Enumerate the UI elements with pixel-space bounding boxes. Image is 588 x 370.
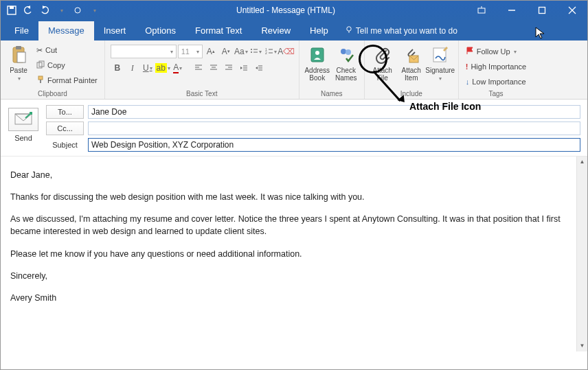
copy-icon bbox=[36, 60, 45, 70]
tab-review[interactable]: Review bbox=[251, 21, 300, 41]
svg-rect-12 bbox=[17, 52, 25, 62]
maximize-button[interactable] bbox=[527, 1, 557, 20]
quick-access-toolbar bbox=[1, 3, 105, 17]
svg-point-19 bbox=[251, 51, 252, 53]
italic-button[interactable]: I bbox=[126, 61, 139, 75]
font-size-value: 11 bbox=[181, 47, 190, 56]
cut-button[interactable]: ✂Cut bbox=[35, 43, 99, 57]
high-importance-button[interactable]: !High Importance bbox=[464, 60, 528, 73]
high-importance-label: High Importance bbox=[471, 62, 526, 71]
tab-file[interactable]: File bbox=[5, 21, 38, 41]
copy-button[interactable]: Copy bbox=[35, 58, 99, 72]
send-label: Send bbox=[14, 134, 32, 142]
redo-icon[interactable] bbox=[39, 3, 50, 17]
tab-format-text[interactable]: Format Text bbox=[185, 21, 251, 41]
paste-button[interactable]: Paste ▾ bbox=[6, 42, 31, 82]
subject-field[interactable] bbox=[88, 138, 580, 152]
save-icon[interactable] bbox=[6, 3, 17, 17]
attach-file-label: Attach File bbox=[373, 67, 392, 82]
touch-mode-icon[interactable] bbox=[72, 3, 83, 17]
check-names-label: Check Names bbox=[335, 67, 357, 82]
low-importance-button[interactable]: ↓Low Importance bbox=[464, 75, 528, 89]
body-p2: As we discussed, I'm attaching my resume… bbox=[10, 213, 578, 238]
address-book-label: Address Book bbox=[304, 67, 330, 82]
tab-options[interactable]: Options bbox=[135, 21, 185, 41]
attach-item-icon bbox=[401, 45, 422, 65]
tell-me-search[interactable]: Tell me what you want to do bbox=[338, 21, 464, 41]
signature-button[interactable]: Signature ▾ bbox=[428, 42, 453, 82]
clear-formatting-button[interactable]: A⌫ bbox=[280, 45, 293, 58]
vertical-scrollbar[interactable]: ▲ ▼ bbox=[576, 157, 587, 351]
group-include: Attach File Attach Item Signature ▾ Incl… bbox=[365, 41, 459, 99]
shrink-font-button[interactable]: A▾ bbox=[219, 45, 233, 58]
body-signature: Avery Smith bbox=[10, 292, 578, 304]
grow-font-button[interactable]: A▴ bbox=[204, 45, 218, 58]
check-names-button[interactable]: Check Names bbox=[334, 42, 359, 82]
svg-rect-15 bbox=[38, 76, 43, 80]
body-closing: Sincerely, bbox=[10, 270, 578, 282]
address-book-icon bbox=[307, 45, 328, 65]
body-p1: Thanks for discussing the web design pos… bbox=[10, 191, 578, 203]
highlight-button[interactable]: ab▾ bbox=[156, 61, 170, 75]
paste-icon bbox=[8, 45, 29, 65]
window-controls bbox=[466, 1, 587, 20]
paperclip-icon bbox=[372, 45, 393, 65]
follow-up-button[interactable]: Follow Up▾ bbox=[464, 45, 528, 58]
scroll-down-icon[interactable]: ▼ bbox=[577, 340, 587, 351]
check-names-icon bbox=[336, 45, 357, 65]
paintbrush-icon bbox=[36, 76, 45, 85]
address-book-button[interactable]: Address Book bbox=[305, 42, 330, 82]
svg-point-42 bbox=[341, 49, 346, 54]
signature-icon bbox=[430, 45, 451, 65]
low-importance-label: Low Importance bbox=[472, 78, 525, 86]
svg-rect-1 bbox=[10, 6, 14, 9]
message-body[interactable]: Dear Jane, Thanks for discussing the web… bbox=[1, 157, 587, 351]
scroll-up-icon[interactable]: ▲ bbox=[577, 157, 587, 167]
qat-more-icon[interactable] bbox=[89, 3, 100, 17]
cc-button[interactable]: Cc... bbox=[46, 122, 84, 135]
align-right-button[interactable] bbox=[222, 61, 236, 75]
copy-label: Copy bbox=[47, 61, 65, 69]
tab-message[interactable]: Message bbox=[38, 21, 94, 41]
numbering-button[interactable]: 12▾ bbox=[264, 45, 278, 58]
cc-field[interactable] bbox=[88, 122, 580, 135]
send-button[interactable] bbox=[8, 108, 38, 131]
decrease-indent-button[interactable] bbox=[237, 61, 251, 75]
format-painter-button[interactable]: Format Painter bbox=[35, 73, 99, 87]
to-button[interactable]: To... bbox=[46, 105, 84, 119]
cut-label: Cut bbox=[45, 46, 57, 54]
tags-group-label: Tags bbox=[464, 90, 528, 99]
qat-customize-icon[interactable] bbox=[56, 3, 67, 17]
title-bar: Untitled - Message (HTML) bbox=[1, 1, 587, 20]
font-family-combo[interactable]: ▾ bbox=[111, 45, 177, 58]
align-center-button[interactable] bbox=[207, 61, 220, 75]
window-title: Untitled - Message (HTML) bbox=[105, 5, 466, 15]
attach-file-button[interactable]: Attach File bbox=[370, 42, 395, 82]
change-case-button[interactable]: Aa▾ bbox=[234, 45, 248, 58]
ribbon-options-button[interactable] bbox=[466, 1, 497, 20]
svg-rect-5 bbox=[539, 8, 545, 14]
bullets-button[interactable]: ▾ bbox=[249, 45, 263, 58]
font-color-button[interactable]: A▾ bbox=[171, 61, 185, 75]
svg-rect-11 bbox=[16, 46, 21, 49]
increase-indent-button[interactable] bbox=[252, 61, 266, 75]
tab-insert[interactable]: Insert bbox=[94, 21, 136, 41]
underline-button[interactable]: U▾ bbox=[141, 61, 155, 75]
align-left-button[interactable] bbox=[192, 61, 205, 75]
group-tags: Follow Up▾ !High Importance ↓Low Importa… bbox=[459, 41, 533, 99]
chevron-down-icon: ▾ bbox=[439, 76, 442, 82]
compose-header: Send To... Cc... Subject bbox=[1, 100, 587, 157]
follow-up-label: Follow Up bbox=[477, 47, 510, 56]
undo-icon[interactable] bbox=[23, 3, 34, 17]
to-field[interactable] bbox=[88, 105, 580, 119]
tab-help[interactable]: Help bbox=[300, 21, 338, 41]
painter-label: Format Painter bbox=[47, 76, 98, 84]
group-names: Address Book Check Names Names bbox=[299, 41, 365, 99]
font-size-combo[interactable]: 11▾ bbox=[178, 45, 203, 58]
bold-button[interactable]: B bbox=[111, 61, 124, 75]
minimize-button[interactable] bbox=[497, 1, 527, 20]
attach-item-button[interactable]: Attach Item bbox=[399, 42, 424, 82]
close-button[interactable] bbox=[557, 1, 587, 20]
names-group-label: Names bbox=[305, 90, 359, 99]
svg-point-17 bbox=[251, 49, 252, 50]
